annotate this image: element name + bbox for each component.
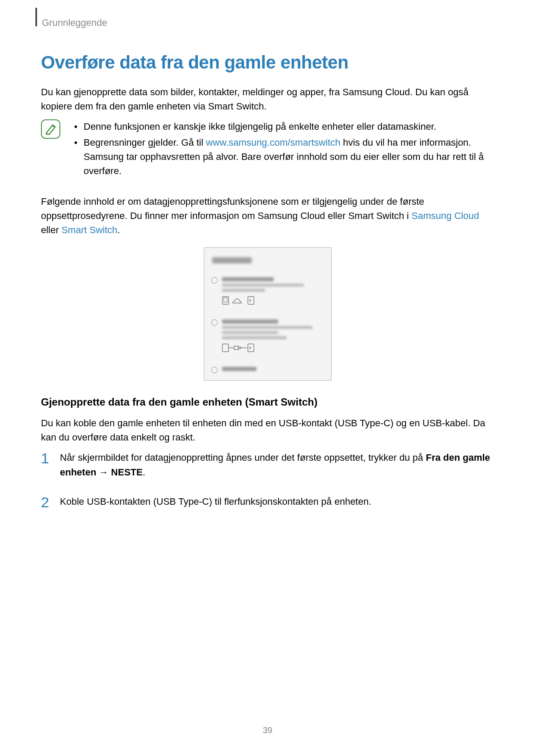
blur-text [222, 277, 274, 281]
restore-data-screenshot [204, 247, 332, 381]
step1-mid: → [96, 467, 111, 478]
svg-rect-7 [238, 347, 241, 349]
radio-icon [211, 367, 218, 373]
paragraph-2: Følgende innhold er om datagjenopprettin… [41, 194, 494, 237]
note-icon [41, 119, 60, 139]
note-list: Denne funksjonen er kanskje ikke tilgjen… [73, 119, 494, 180]
smartswitch-link[interactable]: www.samsung.com/smartswitch [206, 137, 341, 148]
step1-post: . [143, 467, 145, 478]
option-dont-restore [211, 367, 324, 373]
samsung-cloud-link[interactable]: Samsung Cloud [412, 210, 479, 221]
blur-text [222, 367, 257, 371]
step1-pre: Når skjermbildet for datagjenoppretting … [60, 452, 426, 463]
header-divider [35, 8, 37, 26]
option-samsung-cloud [211, 277, 324, 315]
steps-list: Når skjermbildet for datagjenoppretting … [41, 450, 494, 509]
para2-pre: Følgende innhold er om datagjenopprettin… [41, 196, 424, 221]
svg-rect-6 [234, 346, 238, 350]
blur-text [222, 336, 287, 339]
cloud-transfer-icon [222, 295, 324, 306]
blur-text [222, 319, 278, 324]
usb-transfer-icon [222, 343, 324, 353]
note-item-2-pre: Begrensninger gjelder. Gå til [84, 137, 206, 148]
paragraph-3: Du kan koble den gamle enheten til enhet… [41, 416, 494, 444]
smart-switch-link[interactable]: Smart Switch [62, 225, 118, 235]
blur-text [222, 284, 304, 287]
blur-text [222, 331, 278, 334]
blur-text [222, 326, 313, 329]
svg-rect-4 [222, 344, 228, 352]
svg-rect-2 [224, 298, 227, 302]
intro-paragraph: Du kan gjenopprette data som bilder, kon… [41, 85, 494, 113]
step1-bold2: NESTE [111, 467, 143, 478]
page-number: 39 [0, 725, 535, 735]
screenshot-title-blur [212, 257, 252, 263]
step-1: Når skjermbildet for datagjenoppretting … [41, 450, 494, 480]
option-old-device [211, 319, 324, 362]
step-2: Koble USB-kontakten (USB Type-C) til fle… [41, 494, 494, 509]
radio-icon [211, 319, 218, 326]
subheading-smart-switch: Gjenopprette data fra den gamle enheten … [41, 396, 494, 408]
note-item-1: Denne funksjonen er kanskje ikke tilgjen… [73, 119, 494, 134]
para2-mid: eller [41, 225, 62, 235]
note-block: Denne funksjonen er kanskje ikke tilgjen… [41, 119, 494, 180]
note-item-2: Begrensninger gjelder. Gå til www.samsun… [73, 135, 494, 178]
section-label: Grunnleggende [42, 17, 494, 28]
blur-text [222, 289, 265, 292]
radio-icon [211, 277, 218, 284]
page-title: Overføre data fra den gamle enheten [41, 52, 494, 73]
para2-post: . [117, 225, 120, 235]
